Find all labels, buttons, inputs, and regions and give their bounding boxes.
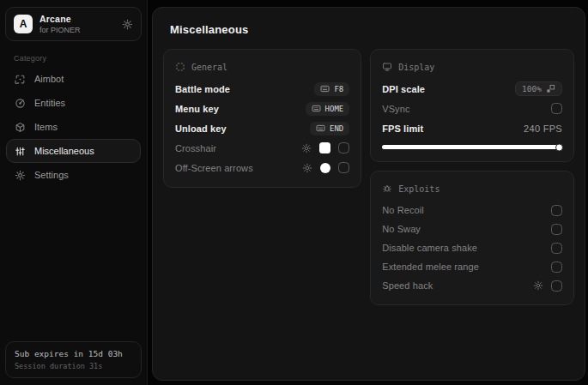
settings-columns: General Battle mode F8 Menu key: [163, 49, 574, 305]
fps-limit-value: 240 FPS: [524, 123, 562, 134]
keybind-value: HOME: [325, 105, 344, 113]
setting-row-crosshair: Crosshair: [175, 138, 349, 158]
offscreen-arrows-controls: [302, 162, 349, 173]
setting-label: DPI scale: [382, 84, 425, 94]
setting-row-menu-key: Menu key HOME: [175, 99, 349, 118]
crosshair-controls: [301, 142, 349, 153]
vsync-checkbox[interactable]: [551, 103, 562, 114]
disable-camera-shake-checkbox[interactable]: [551, 243, 562, 254]
setting-label: VSync: [382, 104, 409, 114]
general-card-header: General: [175, 58, 349, 75]
setting-label: Battle mode: [175, 84, 230, 94]
setting-label: Crosshair: [175, 143, 216, 153]
crosshair-color-swatch[interactable]: [319, 142, 330, 153]
fps-limit-slider[interactable]: [382, 145, 562, 149]
speed-hack-checkbox[interactable]: [551, 280, 562, 292]
page-title: Miscellaneous: [170, 23, 574, 36]
setting-label: Disable camera shake: [382, 243, 477, 253]
sidebar-item-miscellaneous[interactable]: Miscellaneous: [6, 139, 141, 163]
app-window: A Arcane for PIONER Category Aimbot Enti…: [0, 0, 588, 385]
setting-row-dpi-scale: DPI scale 100%: [382, 79, 562, 99]
offscreen-arrows-color-swatch[interactable]: [320, 163, 330, 173]
sidebar-item-settings[interactable]: Settings: [6, 163, 141, 187]
sliders-icon: [15, 146, 26, 157]
crosshair-settings-gear-icon[interactable]: [301, 143, 312, 153]
general-card: General Battle mode F8 Menu key: [163, 49, 361, 188]
speed-hack-controls: [533, 280, 562, 292]
exploits-card: Exploits No Recoil No Sway Disable camer…: [370, 171, 574, 305]
no-recoil-checkbox[interactable]: [551, 205, 562, 216]
sidebar-item-label: Items: [34, 122, 58, 132]
keybind-button-menu-key[interactable]: HOME: [306, 102, 350, 116]
setting-label: Off-Screen arrows: [175, 163, 253, 173]
main-panel: Miscellaneous General Battle mode: [152, 7, 585, 381]
exploits-card-title: Exploits: [398, 184, 439, 194]
category-label: Category: [14, 54, 142, 63]
display-card-title: Display: [398, 63, 434, 72]
sidebar-item-items[interactable]: Items: [6, 115, 141, 139]
setting-label: No Sway: [382, 224, 421, 234]
setting-label: Speed hack: [382, 280, 433, 291]
setting-label: FPS limit: [382, 123, 423, 134]
sidebar-item-label: Entities: [34, 98, 65, 108]
no-sway-checkbox[interactable]: [551, 224, 562, 235]
setting-label: Extended melee range: [382, 262, 479, 272]
setting-row-no-recoil: No Recoil: [382, 201, 562, 220]
setting-label: Unload key: [175, 123, 227, 134]
app-meta: Arcane for PIONER: [39, 14, 81, 34]
sidebar-item-label: Settings: [34, 170, 69, 180]
crosshair-checkbox[interactable]: [338, 142, 349, 153]
extended-melee-range-checkbox[interactable]: [551, 262, 562, 273]
bug-icon: [382, 183, 392, 194]
keyboard-icon: [316, 124, 325, 132]
keybind-button-unload-key[interactable]: END: [310, 122, 349, 135]
session-duration-text: Session duration 31s: [15, 362, 132, 370]
app-subtitle: for PIONER: [39, 26, 81, 34]
app-header-card: A Arcane for PIONER: [5, 7, 142, 41]
setting-row-fps-limit: FPS limit 240 FPS: [382, 118, 562, 138]
setting-row-vsync: VSync: [382, 99, 562, 118]
exploits-card-header: Exploits: [382, 180, 562, 197]
radar-icon: [15, 98, 26, 109]
monitor-icon: [382, 62, 392, 72]
scale-icon: [546, 84, 555, 93]
dpi-scale-selector[interactable]: 100%: [515, 81, 562, 96]
sidebar-item-aimbot[interactable]: Aimbot: [6, 67, 141, 91]
fps-limit-slider-knob[interactable]: [555, 143, 563, 151]
setting-row-unload-key: Unload key END: [175, 118, 349, 138]
setting-row-battle-mode: Battle mode F8: [175, 79, 349, 99]
app-name: Arcane: [39, 14, 81, 24]
sidebar-item-label: Miscellaneous: [34, 146, 94, 156]
keybind-button-battle-mode[interactable]: F8: [314, 82, 349, 96]
setting-label: No Recoil: [382, 205, 424, 215]
sub-expires-text: Sub expires in 15d 03h: [15, 349, 132, 358]
keyboard-icon: [312, 105, 321, 112]
sidebar-item-label: Aimbot: [34, 74, 64, 84]
app-logo: A: [14, 15, 33, 33]
gear-icon: [15, 170, 26, 181]
setting-row-no-sway: No Sway: [382, 220, 562, 238]
display-card: Display DPI scale 100% VSync: [370, 49, 574, 162]
sidebar: A Arcane for PIONER Category Aimbot Enti…: [0, 0, 148, 385]
dpi-scale-value: 100%: [522, 84, 542, 93]
crosshair-target-icon: [15, 74, 26, 85]
display-card-header: Display: [382, 58, 562, 75]
dashed-grid-icon: [175, 62, 185, 72]
app-logo-letter: A: [20, 18, 27, 30]
offscreen-arrows-settings-gear-icon[interactable]: [302, 163, 312, 173]
header-gear-icon[interactable]: [122, 19, 133, 30]
keyboard-icon: [320, 85, 330, 93]
setting-row-speed-hack: Speed hack: [382, 276, 562, 295]
speed-hack-settings-gear-icon[interactable]: [533, 280, 543, 291]
setting-label: Menu key: [175, 104, 219, 114]
setting-row-extended-melee-range: Extended melee range: [382, 257, 562, 276]
sidebar-item-entities[interactable]: Entities: [6, 91, 141, 115]
subscription-info-card: Sub expires in 15d 03h Session duration …: [5, 341, 142, 378]
setting-row-offscreen-arrows: Off-Screen arrows: [175, 158, 349, 177]
general-card-title: General: [191, 63, 227, 72]
keybind-value: END: [330, 124, 343, 133]
right-column: Display DPI scale 100% VSync: [370, 49, 574, 305]
offscreen-arrows-checkbox[interactable]: [338, 162, 349, 173]
setting-row-disable-camera-shake: Disable camera shake: [382, 238, 562, 257]
keybind-value: F8: [334, 85, 343, 93]
